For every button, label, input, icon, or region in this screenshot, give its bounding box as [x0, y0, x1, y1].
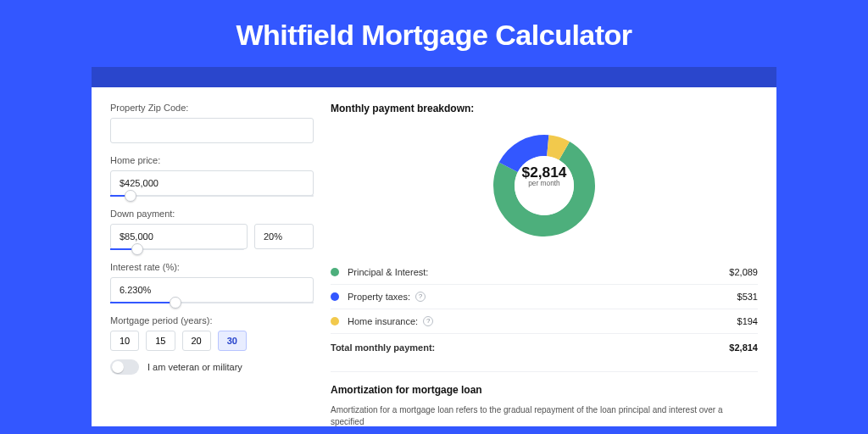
calculator-card: Property Zip Code: Home price: Down paym… — [92, 87, 776, 426]
down-payment-amount-input[interactable] — [110, 224, 248, 249]
mortgage-period-field: Mortgage period (years): 10152030 — [110, 315, 314, 351]
legend-value: $2,089 — [729, 267, 758, 277]
breakdown-total-label: Total monthly payment: — [331, 342, 729, 353]
veteran-toggle[interactable] — [110, 359, 139, 375]
down-payment-percent-input[interactable] — [254, 224, 314, 249]
down-payment-slider-thumb[interactable] — [131, 243, 143, 255]
breakdown-column: Monthly payment breakdown: $2,814 per mo… — [331, 103, 758, 426]
home-price-field: Home price: — [110, 155, 314, 197]
donut-chart: $2,814 per month — [331, 126, 758, 245]
insurance-swatch — [331, 317, 339, 326]
amortization-text: Amortization for a mortgage loan refers … — [331, 404, 758, 428]
home-price-slider[interactable] — [110, 195, 314, 197]
legend-row: Home insurance:?$194 — [331, 309, 758, 334]
header-accent-bar — [92, 67, 776, 87]
legend-value: $194 — [737, 316, 758, 326]
interest-rate-field: Interest rate (%): — [110, 262, 314, 303]
principal-swatch — [331, 268, 339, 276]
down-payment-field: Down payment: — [110, 209, 314, 250]
period-option-30[interactable]: 30 — [218, 331, 247, 351]
down-payment-slider[interactable] — [110, 248, 244, 250]
legend-row: Property taxes:?$531 — [331, 285, 758, 309]
inputs-column: Property Zip Code: Home price: Down paym… — [110, 103, 314, 426]
help-icon[interactable]: ? — [423, 316, 433, 326]
help-icon[interactable]: ? — [415, 292, 426, 302]
legend-row: Principal & Interest:$2,089 — [331, 260, 758, 285]
mortgage-period-label: Mortgage period (years): — [110, 315, 314, 326]
donut-center-sub: per month — [504, 180, 583, 188]
mortgage-period-options: 10152030 — [110, 331, 314, 351]
home-price-slider-thumb[interactable] — [125, 190, 136, 202]
interest-rate-label: Interest rate (%): — [110, 262, 314, 272]
breakdown-legend: Principal & Interest:$2,089Property taxe… — [331, 260, 758, 334]
breakdown-total-row: Total monthly payment: $2,814 — [331, 334, 758, 359]
veteran-toggle-row: I am veteran or military — [110, 359, 314, 375]
period-option-10[interactable]: 10 — [110, 331, 139, 351]
donut-center-amount: $2,814 — [504, 163, 583, 180]
zip-input[interactable] — [110, 118, 314, 143]
home-price-input[interactable] — [110, 170, 314, 196]
down-payment-label: Down payment: — [110, 209, 314, 219]
veteran-toggle-label: I am veteran or military — [147, 362, 242, 372]
period-option-15[interactable]: 15 — [146, 331, 175, 351]
breakdown-heading: Monthly payment breakdown: — [331, 103, 758, 114]
interest-rate-slider-thumb[interactable] — [170, 297, 181, 309]
amortization-section: Amortization for mortgage loan Amortizat… — [331, 371, 758, 428]
taxes-swatch — [331, 292, 339, 301]
zip-label: Property Zip Code: — [110, 103, 314, 113]
legend-label: Home insurance:? — [348, 316, 737, 326]
legend-label: Property taxes:? — [348, 292, 737, 302]
interest-rate-input[interactable] — [110, 277, 314, 303]
interest-rate-slider-fill — [110, 302, 175, 303]
breakdown-total-value: $2,814 — [729, 342, 758, 353]
period-option-20[interactable]: 20 — [182, 331, 211, 351]
page-title: Whitfield Mortgage Calculator — [0, 0, 868, 67]
home-price-label: Home price: — [110, 155, 314, 165]
amortization-heading: Amortization for mortgage loan — [331, 384, 758, 396]
legend-value: $531 — [737, 292, 758, 302]
zip-field: Property Zip Code: — [110, 103, 314, 143]
donut-svg: $2,814 per month — [485, 126, 604, 245]
interest-rate-slider[interactable] — [110, 302, 314, 303]
veteran-toggle-knob — [112, 361, 124, 373]
legend-label: Principal & Interest: — [348, 267, 729, 277]
